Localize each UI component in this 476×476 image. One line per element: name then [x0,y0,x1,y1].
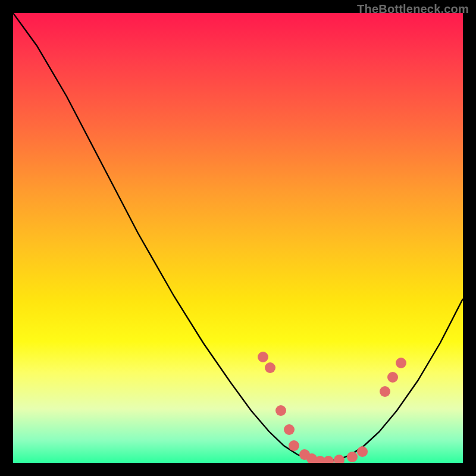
data-dot [357,446,368,457]
data-dot [347,452,358,462]
data-dot [387,372,398,383]
data-dot [258,352,268,362]
chart-svg [13,13,463,463]
data-dot [284,424,295,435]
chart-plot-area [13,13,463,463]
watermark-text: TheBottleneck.com [357,2,469,16]
data-dots-group [258,352,406,463]
data-dot [334,455,345,463]
data-dot [265,362,275,373]
data-dot [289,440,299,451]
data-dot [323,456,334,463]
data-dot [275,405,286,416]
bottleneck-curve [13,13,463,461]
data-dot [396,358,406,368]
data-dot [380,386,390,397]
